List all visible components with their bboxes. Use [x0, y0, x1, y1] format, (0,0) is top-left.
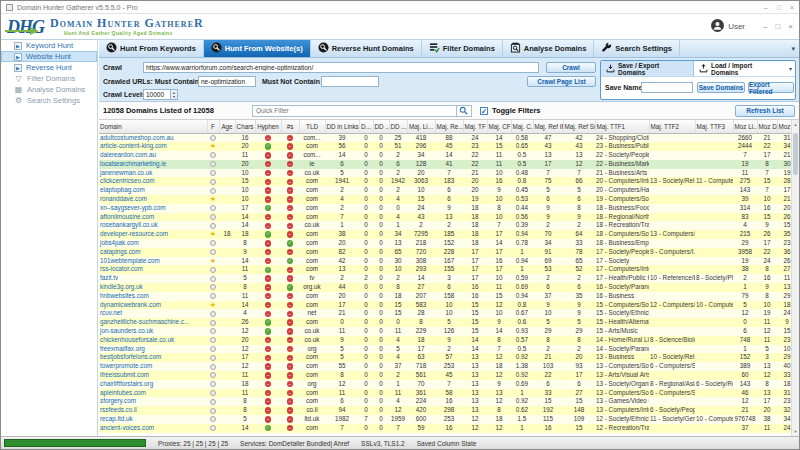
table-row[interactable]: rcuv.net4−−net210015281015100.6710915 - …: [99, 309, 797, 318]
table-row[interactable]: aftonlimousine.com14−−com7004431318100.5…: [99, 213, 797, 222]
column-header-maj-ttf1[interactable]: Maj. TTF1: [595, 120, 649, 133]
table-row[interactable]: sforgery.com8−−com60042241613120.9215151…: [99, 397, 797, 406]
tab-save-export-domains[interactable]: Save / Export Domains: [601, 61, 694, 76]
sidebar-item-analyse-domains[interactable]: ▦Analyse Domains: [1, 84, 97, 95]
table-row[interactable]: ifreeissubmit.com11−−com80025614513120.9…: [99, 371, 797, 380]
sidebar-item-website-hunt[interactable]: ▶Website Hunt: [1, 51, 97, 62]
table-row[interactable]: ancient-voices.com14✓−com700759161212116…: [99, 424, 797, 433]
table-row[interactable]: article-content-king.com★20✓−com56005129…: [99, 142, 797, 151]
table-row[interactable]: jon-saunders.co.uk12✓−co.uk1100112291261…: [99, 327, 797, 336]
column-header-maj-ttf3[interactable]: Maj. TTF3: [695, 120, 733, 133]
must-contain-input[interactable]: [198, 76, 256, 87]
table-row[interactable]: recap.ltd.uk5−−ltd.uk1982701959600253121…: [99, 415, 797, 424]
tab-hunt-from-website-s[interactable]: Hunt From Website(s): [204, 40, 311, 57]
tab-reverse-hunt-domains[interactable]: Reverse Hunt Domains: [311, 40, 422, 57]
table-row[interactable]: chairliftforstairs.org18−−org12001707139…: [99, 380, 797, 389]
column-header-moz-da[interactable]: Moz DA: [757, 120, 777, 133]
topic-cell: [695, 213, 733, 222]
spinner-arrows-icon[interactable]: ▲▼: [171, 89, 178, 100]
column-header-maj-ref-su[interactable]: Maj. Ref Su...: [563, 120, 595, 133]
minimize-icon[interactable]: –: [763, 22, 767, 31]
search-button[interactable]: [457, 105, 472, 117]
export-filtered-button[interactable]: Export Filtered: [748, 82, 794, 93]
column-header-maj-ttf2[interactable]: Maj. TTF2: [649, 120, 695, 133]
maximize-icon[interactable]: □: [777, 4, 781, 11]
quick-filter-input[interactable]: [252, 105, 457, 117]
scrollbar-thumb[interactable]: [793, 133, 798, 175]
column-header-dd[interactable]: DD ...: [373, 120, 389, 133]
toggle-filters-checkbox[interactable]: ✓: [480, 107, 488, 115]
table-row[interactable]: jobs4pak.com8−✓com20001321815218140.7834…: [99, 239, 797, 248]
sidebar-item-reverse-hunt[interactable]: ▶Reverse Hunt: [1, 62, 97, 73]
save-name-input[interactable]: [641, 82, 693, 93]
table-row[interactable]: ronanddave.com★10−−com400415619100.53661…: [99, 195, 797, 204]
scroll-down-icon[interactable]: ▼: [792, 429, 799, 434]
table-row[interactable]: dalereardon.com.au11−−com...140023414221…: [99, 151, 797, 160]
column-header-domain[interactable]: Domain: [99, 120, 207, 133]
close-icon[interactable]: ×: [788, 22, 793, 31]
column-header-maj-cf[interactable]: Maj. CF: [487, 120, 511, 133]
table-row[interactable]: dynamicwebrank.com★14−−com17001558310151…: [99, 301, 797, 310]
column-header-chars[interactable]: Chars: [235, 120, 255, 133]
must-not-contain-input[interactable]: [321, 76, 379, 87]
column-header-tld[interactable]: TLD: [299, 120, 325, 133]
tab-hunt-from-keywords[interactable]: Hunt From Keywords: [99, 40, 204, 57]
scroll-up-icon[interactable]: ▲: [792, 122, 799, 127]
column-header-maj-ref-ips[interactable]: Maj. Ref IPs: [533, 120, 563, 133]
table-row[interactable]: clickcentricseo.com15−−com19410019423063…: [99, 177, 797, 186]
column-header-d[interactable]: D...: [359, 120, 373, 133]
user-label[interactable]: User: [728, 22, 745, 31]
column-header-s[interactable]: #s: [281, 120, 299, 133]
refresh-list-button[interactable]: Refresh List: [735, 105, 795, 117]
table-row[interactable]: janenewman.co.uk10−−co.uk500220721100.48…: [99, 169, 797, 178]
table-row[interactable]: fazit.tv5−−tv220214317100.592217 - Healt…: [99, 274, 797, 283]
column-header-dd-in-links[interactable]: DD in Links: [325, 120, 359, 133]
tab-analyse-domains[interactable]: Analyse Domains: [503, 40, 595, 57]
sidebar-item-search-settings[interactable]: ⚙Search Settings: [1, 95, 97, 106]
table-row[interactable]: kindle3g.org.uk8−✓org.uk4400827616110.69…: [99, 283, 797, 292]
vertical-scrollbar[interactable]: ▲ ▼: [791, 120, 799, 436]
column-header-dd[interactable]: DD ...: [389, 120, 407, 133]
table-row[interactable]: towerpromote.com12−−com55003771825313181…: [99, 362, 797, 371]
table-row[interactable]: ganzheitliche-suchmaschine.c...26✓−com00…: [99, 318, 797, 327]
column-header-moz-li[interactable]: Moz Li...: [733, 120, 757, 133]
column-header-maj-tf[interactable]: Maj. TF: [463, 120, 487, 133]
sidebar-item-keyword-hunt[interactable]: ▶Keyword Hunt: [1, 40, 97, 51]
table-row[interactable]: elaptopbag.com10−−com20021062090.455520 …: [99, 186, 797, 195]
table-row[interactable]: hnbwebsites.com11−−com20001820715816150.…: [99, 292, 797, 301]
crawl-url-input[interactable]: [143, 62, 539, 73]
sidebar-item-filter-domains[interactable]: ▽Filter Domains: [1, 73, 97, 84]
tab-filter-domains[interactable]: Filter Domains: [422, 40, 503, 57]
value-cell: 37: [533, 292, 563, 301]
column-header-f[interactable]: F: [207, 120, 219, 133]
column-header-hyphen[interactable]: Hyphen: [255, 120, 281, 133]
table-row[interactable]: bestjobsforfelons.com17−−com500463571312…: [99, 353, 797, 362]
table-row[interactable]: adultcostumeshop.com.au16−−com...3900254…: [99, 133, 797, 142]
table-row[interactable]: freexmailfax.org12−−org50051721470.52214…: [99, 345, 797, 354]
tab-overflow-icon[interactable]: ▾: [787, 40, 799, 57]
table-row[interactable]: apleintubes.com11−−com110011361581313133…: [99, 389, 797, 398]
save-domains-button[interactable]: Save Domains: [697, 82, 745, 93]
minimize-icon[interactable]: –: [764, 4, 768, 11]
crawl-page-list-button[interactable]: Crawl Page List: [527, 76, 596, 87]
column-header-age[interactable]: Age: [219, 120, 235, 133]
table-row[interactable]: rosebankargyll.co.uk14−−co.uk1001221870.…: [99, 221, 797, 230]
crawl-button[interactable]: Crawl: [546, 62, 596, 73]
maximize-icon[interactable]: □: [775, 22, 780, 31]
table-row[interactable]: chickenhouseforsale.co.uk20−−co.uk900418…: [99, 336, 797, 345]
column-header-maj-re[interactable]: Maj. Re...: [435, 120, 463, 133]
column-header-maj-li[interactable]: Maj. Li...: [407, 120, 435, 133]
table-row[interactable]: rssfeeds.co.il8−−co.il9400124202981380.6…: [99, 406, 797, 415]
table-row[interactable]: developer-resource.com★1818✓−com38003472…: [99, 230, 797, 239]
crawl-levels-input[interactable]: [143, 89, 171, 100]
save-panel-dropdown-icon[interactable]: ▾: [786, 61, 795, 76]
table-row[interactable]: 101webtemplate.com★14−✓com42003030816717…: [99, 257, 797, 266]
table-row[interactable]: catapings.com9−−com820065720228171719178…: [99, 248, 797, 257]
table-row[interactable]: xn--saygsever-ypb.com17✓−com20002491880.…: [99, 204, 797, 213]
table-row[interactable]: localsearchmarketing.ie20−−ie60061284122…: [99, 160, 797, 169]
column-header-maj-c[interactable]: Maj. C...: [511, 120, 533, 133]
tab-search-settings[interactable]: Search Settings: [594, 40, 680, 57]
tab-load-import-domains[interactable]: Load / Import Domains: [694, 61, 786, 76]
close-icon[interactable]: ×: [790, 4, 794, 11]
table-row[interactable]: rss-locator.com11✓−com130010293155171715…: [99, 265, 797, 274]
